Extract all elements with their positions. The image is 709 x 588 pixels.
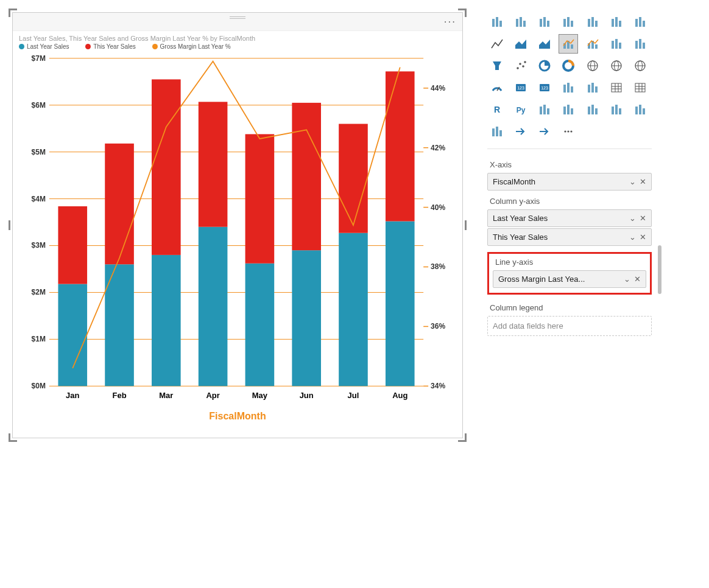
viz-decomposition-icon[interactable]: [559, 100, 578, 119]
bar-this-year[interactable]: [58, 206, 87, 284]
svg-rect-57: [643, 21, 645, 27]
svg-point-131: [571, 130, 573, 132]
bar-this-year[interactable]: [199, 102, 228, 226]
bar-this-year[interactable]: [292, 103, 321, 250]
more-options-icon[interactable]: ···: [444, 16, 456, 28]
svg-rect-127: [496, 127, 498, 136]
svg-rect-37: [492, 19, 495, 27]
viz-filled-map-icon[interactable]: [630, 56, 650, 75]
svg-rect-55: [635, 19, 638, 27]
svg-text:$6M: $6M: [32, 101, 46, 110]
viz-key-influencers-icon[interactable]: [535, 100, 554, 119]
viz-clustered-bar-icon[interactable]: [535, 12, 554, 32]
bar-this-year[interactable]: [245, 134, 275, 263]
viz-stacked-column-icon[interactable]: [511, 12, 531, 32]
viz-stacked-area-icon[interactable]: [535, 34, 554, 54]
viz-dots-icon[interactable]: [559, 122, 578, 141]
remove-field-icon[interactable]: ✕: [634, 275, 641, 284]
drag-handle-icon[interactable]: [230, 16, 245, 19]
viz-matrix-icon[interactable]: [630, 78, 650, 97]
viz-clustered-column-icon[interactable]: [559, 12, 578, 32]
bar-last-year[interactable]: [245, 264, 275, 387]
viz-100-stacked-bar-icon[interactable]: [583, 12, 602, 32]
viz-qna-icon[interactable]: [583, 100, 602, 119]
viz-card-icon[interactable]: 123: [511, 78, 531, 97]
viz-line-stacked-column-icon[interactable]: [559, 34, 578, 54]
viz-narrative-icon[interactable]: [607, 100, 626, 119]
svg-rect-93: [563, 85, 566, 93]
svg-text:$3M: $3M: [32, 241, 46, 250]
viz-hundred-bar-icon[interactable]: [630, 12, 650, 32]
remove-field-icon[interactable]: ✕: [640, 214, 646, 223]
svg-marker-59: [539, 40, 550, 49]
svg-rect-128: [499, 130, 502, 136]
viz-get-more-icon[interactable]: [535, 122, 554, 141]
viz-slicer-icon[interactable]: [583, 78, 602, 97]
remove-field-icon[interactable]: ✕: [640, 177, 646, 186]
viz-line-clustered-column-icon[interactable]: [583, 34, 602, 54]
viz-donut-icon[interactable]: [559, 56, 578, 75]
column-y-axis-section: Column y-axis Last Year Sales ⌄ ✕ This Y…: [487, 197, 652, 246]
bar-this-year[interactable]: [105, 144, 134, 264]
bar-last-year[interactable]: [58, 284, 87, 387]
visualization-picker[interactable]: 123123RPy: [487, 12, 652, 149]
viz-r-visual-icon[interactable]: R: [487, 100, 507, 119]
field-well-gross-margin[interactable]: Gross Margin Last Yea... ⌄ ✕: [493, 270, 646, 288]
viz-scatter-icon[interactable]: [511, 56, 531, 75]
chevron-down-icon[interactable]: ⌄: [624, 275, 630, 284]
viz-stacked-bar-icon[interactable]: [487, 12, 507, 32]
x-axis-title: FiscalMonth: [13, 406, 462, 422]
viz-treemap-icon[interactable]: [583, 56, 602, 75]
x-axis-label: X-axis: [487, 160, 652, 169]
svg-text:$4M: $4M: [32, 195, 46, 203]
bar-last-year[interactable]: [339, 233, 368, 387]
bar-last-year[interactable]: [199, 227, 228, 387]
line-y-axis-highlight: Line y-axis Gross Margin Last Yea... ⌄ ✕: [487, 252, 652, 295]
chart-visual[interactable]: ··· Last Year Sales, This Year Sales and…: [12, 12, 463, 438]
viz-100-stacked-column-icon[interactable]: [607, 12, 626, 32]
viz-table-icon[interactable]: [607, 78, 626, 97]
viz-waterfall-icon[interactable]: [630, 34, 650, 54]
viz-multi-row-card-icon[interactable]: 123: [535, 78, 554, 97]
svg-rect-65: [595, 44, 598, 49]
scrollbar-thumb[interactable]: [658, 245, 661, 294]
chevron-down-icon[interactable]: ⌄: [629, 233, 636, 242]
svg-text:$5M: $5M: [32, 148, 46, 156]
svg-rect-50: [591, 17, 594, 27]
field-well-this-year-sales[interactable]: This Year Sales ⌄ ✕: [487, 228, 652, 246]
viz-python-visual-icon[interactable]: Py: [511, 100, 531, 119]
viz-map-icon[interactable]: [607, 56, 626, 75]
remove-field-icon[interactable]: ✕: [640, 233, 646, 242]
x-axis-section: X-axis FiscalMonth ⌄ ✕: [487, 160, 652, 191]
bar-this-year[interactable]: [386, 71, 415, 221]
bar-this-year[interactable]: [152, 79, 181, 254]
svg-point-130: [568, 130, 570, 132]
chevron-down-icon[interactable]: ⌄: [629, 177, 636, 186]
svg-rect-94: [567, 83, 570, 93]
empty-field-well[interactable]: Add data fields here: [487, 316, 652, 336]
viz-funnel-icon[interactable]: [487, 56, 507, 75]
column-legend-section: Column legend Add data fields here: [487, 303, 652, 336]
svg-text:123: 123: [541, 86, 548, 90]
plot-area[interactable]: $0M$1M$2M$3M$4M$5M$6M$7M34%36%38%40%42%4…: [19, 53, 456, 406]
viz-powerapps-icon[interactable]: [487, 122, 507, 141]
viz-powerautomate-icon[interactable]: [511, 122, 531, 141]
viz-pie-icon[interactable]: [535, 56, 554, 75]
svg-rect-111: [540, 107, 542, 114]
svg-rect-71: [643, 43, 645, 49]
viz-area-icon[interactable]: [511, 34, 531, 54]
bar-this-year[interactable]: [339, 124, 368, 233]
viz-gauge-icon[interactable]: [487, 78, 507, 97]
bar-last-year[interactable]: [386, 221, 415, 386]
svg-text:Feb: Feb: [113, 391, 127, 400]
field-well-last-year-sales[interactable]: Last Year Sales ⌄ ✕: [487, 209, 652, 227]
svg-text:38%: 38%: [431, 262, 445, 271]
viz-kpi-icon[interactable]: [559, 78, 578, 97]
viz-line-icon[interactable]: [487, 34, 507, 54]
bar-last-year[interactable]: [152, 255, 181, 386]
chevron-down-icon[interactable]: ⌄: [629, 214, 636, 223]
viz-ribbon-icon[interactable]: [607, 34, 626, 54]
field-well-fiscalmonth[interactable]: FiscalMonth ⌄ ✕: [487, 173, 652, 191]
viz-paginated-icon[interactable]: [630, 100, 650, 119]
bar-last-year[interactable]: [292, 250, 321, 386]
